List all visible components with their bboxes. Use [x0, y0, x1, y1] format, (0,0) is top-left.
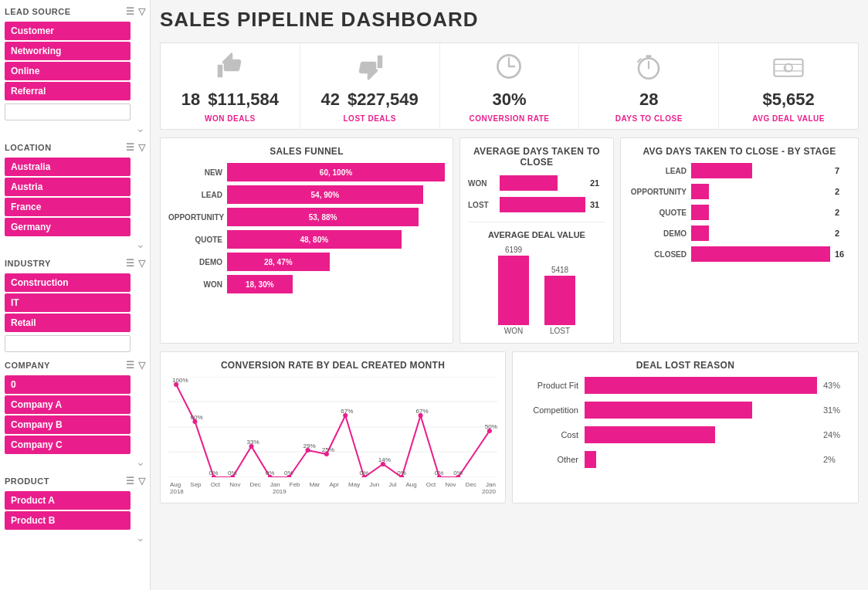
filter-item-company-b[interactable]: Company B: [5, 415, 131, 434]
kpi-numbers-won: 18 $111,584: [181, 90, 279, 110]
stage-label-opportunity: OPPORTUNITY: [629, 188, 687, 196]
deal-lost-pct-cost: 24%: [823, 430, 850, 439]
filter-sort-icon-comp[interactable]: ☰: [126, 360, 135, 371]
filter-icons-location: ☰ ▽: [126, 142, 145, 153]
deal-lost-rows: Product Fit 43% Competition 31% Cost: [520, 377, 850, 468]
filter-item-0[interactable]: 0: [5, 375, 131, 394]
filter-item-company-a[interactable]: Company A: [5, 395, 131, 414]
scroll-indicator-product: ⌄: [5, 531, 145, 544]
filter-funnel-icon-ind[interactable]: ▽: [138, 258, 146, 269]
funnel-row-won: WON 18, 30%: [168, 275, 445, 293]
deal-lost-row-cost: Cost 24%: [520, 426, 850, 443]
funnel-bar-wrap-won: 18, 30%: [227, 275, 445, 293]
filter-item-referral[interactable]: Referral: [5, 82, 131, 100]
conv-x-years: 2018 2019 2020: [168, 488, 497, 495]
conv-x-nov: Nov: [229, 481, 240, 488]
filter-funnel-icon-loc[interactable]: ▽: [138, 142, 146, 153]
filter-icons-lead-source: ☰ ▽: [126, 6, 145, 17]
conv-x-jun: Jun: [369, 481, 379, 488]
conv-lbl-4: 33%: [246, 439, 259, 446]
conv-lbl-11: 14%: [378, 456, 391, 463]
kpi-card-lost: 42 $227,549 LOST DEALS: [300, 43, 440, 129]
filter-sort-icon-ind[interactable]: ☰: [126, 258, 135, 269]
filter-item-product-b[interactable]: Product B: [5, 511, 131, 530]
stage-val-opportunity: 2: [835, 187, 850, 196]
funnel-bar-new: 60, 100%: [227, 163, 445, 181]
filter-header-lead-source: LEAD SOURCE ☰ ▽: [5, 5, 145, 19]
filter-section-location: LOCATION ☰ ▽ Australia Austria France Ge…: [5, 141, 145, 250]
charts-row1: SALES FUNNEL NEW 60, 100% LEAD 54, 90% O…: [160, 137, 859, 344]
funnel-row-demo: DEMO 28, 47%: [168, 253, 445, 271]
filter-item-retail[interactable]: Retail: [5, 314, 131, 332]
kpi-card-conversion: 30% CONVERSION RATE: [440, 43, 580, 129]
filter-funnel-icon-comp[interactable]: ▽: [138, 360, 146, 371]
kpi-conversion-num1: 30%: [492, 90, 526, 110]
deal-lost-row-productfit: Product Fit 43%: [520, 377, 850, 394]
avg-deal-value-chart: AVERAGE DEAL VALUE 6199 WON 5418 LOST: [468, 222, 605, 335]
kpi-won-num2: $111,584: [208, 90, 279, 110]
deal-lost-row-competition: Competition 31%: [520, 402, 850, 419]
filter-item-company-c[interactable]: Company C: [5, 436, 131, 454]
avg-days-bar-wrap-lost: [500, 197, 585, 212]
filter-item-online[interactable]: Online: [5, 62, 131, 80]
stage-bar-opportunity: [691, 184, 709, 199]
funnel-bar-wrap-demo: 28, 47%: [227, 253, 445, 271]
funnel-row-new: NEW 60, 100%: [168, 163, 445, 181]
conv-lbl-13: 67%: [416, 408, 429, 415]
stopwatch-icon: [632, 51, 666, 86]
conv-lbl-10: 0%: [359, 470, 368, 476]
deal-lost-bar-wrap-productfit: [585, 377, 817, 394]
filter-sort-icon[interactable]: ☰: [126, 6, 135, 17]
kpi-numbers-lost: 42 $227,549: [321, 90, 419, 110]
conversion-line: [176, 385, 490, 477]
avg-deal-title: AVERAGE DEAL VALUE: [468, 230, 605, 239]
stage-label-lead: LEAD: [629, 167, 687, 175]
avg-days-stage-title: AVG DAYS TAKEN TO CLOSE - BY STAGE: [629, 146, 850, 157]
conv-lbl-9: 67%: [341, 408, 353, 415]
avg-deal-won-val: 6199: [505, 246, 522, 254]
avg-days-row-won: WON 21: [468, 175, 605, 191]
charts-row2: CONVERSION RATE BY DEAL CREATED MONTH: [160, 351, 859, 504]
funnel-bar-won: 18, 30%: [227, 275, 293, 293]
filter-item-product-a[interactable]: Product A: [5, 491, 131, 510]
filter-item-germany[interactable]: Germany: [5, 218, 131, 236]
filter-item-construction[interactable]: Construction: [5, 273, 131, 292]
filter-funnel-icon-prod[interactable]: ▽: [138, 476, 146, 487]
filter-search-industry[interactable]: [5, 335, 131, 352]
filter-item-austria[interactable]: Austria: [5, 178, 131, 196]
funnel-label-won: WON: [168, 280, 222, 289]
filter-label-company: COMPANY: [5, 361, 50, 370]
kpi-avgdeal-num1: $5,652: [762, 90, 814, 110]
deal-lost-label-productfit: Product Fit: [520, 381, 578, 390]
filter-item-networking[interactable]: Networking: [5, 42, 131, 60]
stage-val-lead: 7: [835, 166, 850, 175]
filter-sort-icon-prod[interactable]: ☰: [126, 476, 135, 487]
filter-item-customer[interactable]: Customer: [5, 22, 131, 40]
avg-deal-lost-col: 5418 LOST: [544, 266, 575, 335]
filter-funnel-icon[interactable]: ▽: [138, 6, 146, 17]
kpi-card-days: 28 DAYS TO CLOSE: [579, 43, 719, 129]
avg-days-label-won: WON: [468, 179, 495, 188]
avg-days-label-lost: LOST: [468, 201, 495, 209]
kpi-lost-label: LOST DEALS: [344, 114, 396, 123]
filter-search-lead-source[interactable]: [5, 103, 131, 120]
filter-section-product: PRODUCT ☰ ▽ Product A Product B ⌄: [5, 474, 145, 544]
kpi-numbers-conversion: 30%: [492, 90, 526, 110]
stage-row-lead: LEAD 7: [629, 163, 850, 178]
conv-x-oct2: Oct: [426, 481, 436, 488]
conv-lbl-8: 25%: [322, 446, 334, 453]
filter-item-france[interactable]: France: [5, 198, 131, 216]
funnel-label-demo: DEMO: [168, 258, 222, 266]
avg-days-bar-lost: [500, 197, 585, 212]
svg-rect-7: [774, 59, 802, 76]
conv-x-oct: Oct: [211, 481, 220, 488]
filter-sort-icon-loc[interactable]: ☰: [126, 142, 135, 153]
stage-bar-wrap-closed: [691, 246, 830, 262]
stage-row-opportunity: OPPORTUNITY 2: [629, 184, 850, 199]
kpi-days-num1: 28: [639, 90, 658, 110]
filter-label-location: LOCATION: [5, 143, 52, 152]
stage-row-demo: DEMO 2: [629, 225, 850, 241]
filter-item-it[interactable]: IT: [5, 293, 131, 312]
filter-item-australia[interactable]: Australia: [5, 158, 131, 176]
conv-x-sep: Sep: [190, 481, 201, 488]
